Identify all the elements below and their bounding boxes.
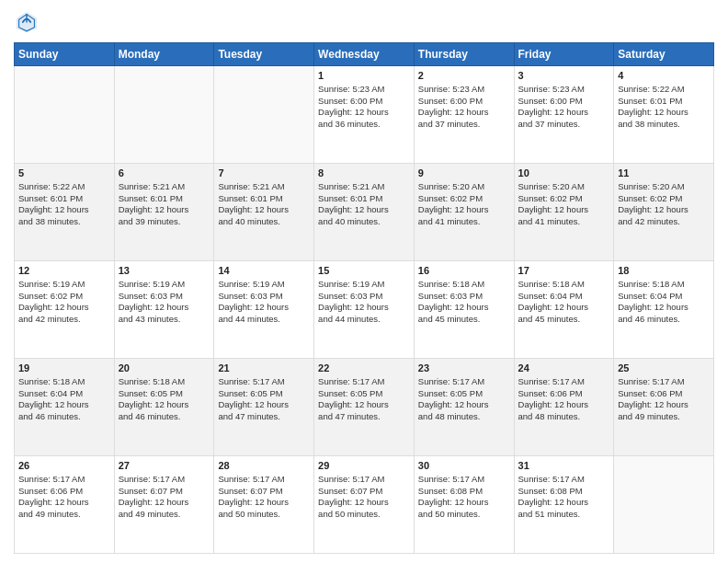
day-info-line: Sunset: 6:02 PM — [618, 193, 710, 205]
day-info-line: Sunrise: 5:23 AM — [418, 84, 510, 96]
day-number: 31 — [518, 459, 610, 473]
day-info-line: Sunset: 6:06 PM — [618, 388, 710, 400]
day-info-line: and 50 minutes. — [218, 509, 310, 521]
day-info-line: Daylight: 12 hours — [119, 399, 210, 411]
day-info-line: Sunset: 6:07 PM — [218, 486, 310, 498]
day-info-line: Daylight: 12 hours — [218, 399, 310, 411]
day-info-line: Sunset: 6:01 PM — [119, 193, 210, 205]
day-number: 28 — [218, 459, 310, 473]
day-info-line: Daylight: 12 hours — [318, 399, 410, 411]
day-number: 23 — [418, 362, 510, 375]
day-info-line: Sunrise: 5:22 AM — [18, 181, 110, 193]
calendar-week-2: 5Sunrise: 5:22 AMSunset: 6:01 PMDaylight… — [15, 164, 714, 261]
calendar-cell: 17Sunrise: 5:18 AMSunset: 6:04 PMDayligh… — [514, 261, 614, 359]
day-info-line: Sunset: 6:00 PM — [318, 96, 410, 108]
day-info-line: Sunrise: 5:17 AM — [418, 376, 510, 388]
day-info-line: Sunrise: 5:19 AM — [318, 279, 410, 291]
day-info-line: Sunset: 6:05 PM — [418, 388, 510, 400]
calendar-cell: 28Sunrise: 5:17 AMSunset: 6:07 PMDayligh… — [214, 456, 314, 554]
day-info-line: and 40 minutes. — [218, 216, 310, 228]
day-info-line: Sunset: 6:07 PM — [318, 486, 410, 498]
day-number: 9 — [418, 167, 510, 180]
day-info-line: Daylight: 12 hours — [518, 497, 610, 509]
day-info-line: Sunrise: 5:18 AM — [418, 279, 510, 291]
calendar-cell: 10Sunrise: 5:20 AMSunset: 6:02 PMDayligh… — [514, 164, 614, 261]
day-info-line: Sunrise: 5:18 AM — [119, 376, 210, 388]
calendar-cell: 11Sunrise: 5:20 AMSunset: 6:02 PMDayligh… — [614, 164, 714, 261]
day-info-line: Sunrise: 5:18 AM — [618, 279, 710, 291]
day-number: 7 — [218, 167, 310, 180]
day-info-line: Sunset: 6:02 PM — [418, 193, 510, 205]
day-info-line: and 47 minutes. — [218, 411, 310, 423]
day-info-line: Sunset: 6:06 PM — [518, 388, 610, 400]
day-info-line: Daylight: 12 hours — [218, 204, 310, 216]
day-info-line: Sunset: 6:01 PM — [218, 193, 310, 205]
day-info-line: Sunset: 6:07 PM — [119, 486, 210, 498]
calendar-week-5: 26Sunrise: 5:17 AMSunset: 6:06 PMDayligh… — [15, 456, 714, 554]
day-info-line: Sunrise: 5:21 AM — [218, 181, 310, 193]
calendar-header-row: SundayMondayTuesdayWednesdayThursdayFrid… — [15, 43, 714, 66]
day-info-line: Sunrise: 5:17 AM — [119, 474, 210, 486]
day-info-line: and 48 minutes. — [518, 411, 610, 423]
day-info-line: Daylight: 12 hours — [518, 302, 610, 314]
calendar-cell: 9Sunrise: 5:20 AMSunset: 6:02 PMDaylight… — [414, 164, 514, 261]
day-info-line: and 37 minutes. — [518, 119, 610, 131]
day-number: 26 — [18, 459, 110, 473]
day-number: 5 — [18, 167, 110, 180]
calendar-cell: 24Sunrise: 5:17 AMSunset: 6:06 PMDayligh… — [514, 359, 614, 456]
day-info-line: Sunset: 6:03 PM — [418, 291, 510, 303]
day-info-line: Sunrise: 5:18 AM — [18, 376, 110, 388]
day-info-line: Daylight: 12 hours — [518, 107, 610, 119]
calendar-cell: 25Sunrise: 5:17 AMSunset: 6:06 PMDayligh… — [614, 359, 714, 456]
calendar-cell: 5Sunrise: 5:22 AMSunset: 6:01 PMDaylight… — [15, 164, 115, 261]
day-info-line: Daylight: 12 hours — [18, 302, 110, 314]
day-info-line: Sunset: 6:06 PM — [18, 486, 110, 498]
day-number: 22 — [318, 362, 410, 375]
day-info-line: Sunrise: 5:19 AM — [119, 279, 210, 291]
day-number: 30 — [418, 459, 510, 473]
calendar-cell: 15Sunrise: 5:19 AMSunset: 6:03 PMDayligh… — [314, 261, 415, 359]
calendar-cell: 27Sunrise: 5:17 AMSunset: 6:07 PMDayligh… — [114, 456, 214, 554]
calendar-cell: 20Sunrise: 5:18 AMSunset: 6:05 PMDayligh… — [114, 359, 214, 456]
calendar-header-tuesday: Tuesday — [214, 43, 314, 66]
day-info-line: Daylight: 12 hours — [18, 399, 110, 411]
calendar-cell: 2Sunrise: 5:23 AMSunset: 6:00 PMDaylight… — [414, 66, 514, 164]
calendar-header-thursday: Thursday — [414, 43, 514, 66]
day-info-line: Sunset: 6:04 PM — [518, 291, 610, 303]
day-info-line: Sunset: 6:00 PM — [418, 96, 510, 108]
day-number: 18 — [618, 264, 710, 278]
day-info-line: and 36 minutes. — [318, 119, 410, 131]
header — [14, 9, 714, 35]
day-number: 6 — [119, 167, 210, 180]
day-info-line: Sunrise: 5:17 AM — [518, 376, 610, 388]
day-info-line: Daylight: 12 hours — [518, 399, 610, 411]
calendar-cell: 21Sunrise: 5:17 AMSunset: 6:05 PMDayligh… — [214, 359, 314, 456]
day-info-line: and 50 minutes. — [318, 509, 410, 521]
day-info-line: Sunset: 6:03 PM — [119, 291, 210, 303]
calendar-header-saturday: Saturday — [614, 43, 714, 66]
day-number: 3 — [518, 69, 610, 83]
day-number: 12 — [18, 264, 110, 278]
day-number: 20 — [119, 362, 210, 375]
calendar-cell: 31Sunrise: 5:17 AMSunset: 6:08 PMDayligh… — [514, 456, 614, 554]
day-info-line: Sunset: 6:03 PM — [218, 291, 310, 303]
day-info-line: Daylight: 12 hours — [618, 107, 710, 119]
day-info-line: and 51 minutes. — [518, 509, 610, 521]
day-number: 8 — [318, 167, 410, 180]
calendar-cell: 23Sunrise: 5:17 AMSunset: 6:05 PMDayligh… — [414, 359, 514, 456]
calendar-cell: 26Sunrise: 5:17 AMSunset: 6:06 PMDayligh… — [15, 456, 115, 554]
calendar-header-monday: Monday — [114, 43, 214, 66]
day-number: 13 — [119, 264, 210, 278]
day-info-line: Daylight: 12 hours — [119, 497, 210, 509]
day-info-line: Sunrise: 5:17 AM — [418, 474, 510, 486]
day-number: 17 — [518, 264, 610, 278]
calendar-cell: 12Sunrise: 5:19 AMSunset: 6:02 PMDayligh… — [15, 261, 115, 359]
day-number: 14 — [218, 264, 310, 278]
day-number: 21 — [218, 362, 310, 375]
day-number: 19 — [18, 362, 110, 375]
day-info-line: Sunset: 6:05 PM — [318, 388, 410, 400]
day-info-line: and 46 minutes. — [618, 314, 710, 326]
day-info-line: and 49 minutes. — [618, 411, 710, 423]
calendar-cell — [15, 66, 115, 164]
day-number: 11 — [618, 167, 710, 180]
